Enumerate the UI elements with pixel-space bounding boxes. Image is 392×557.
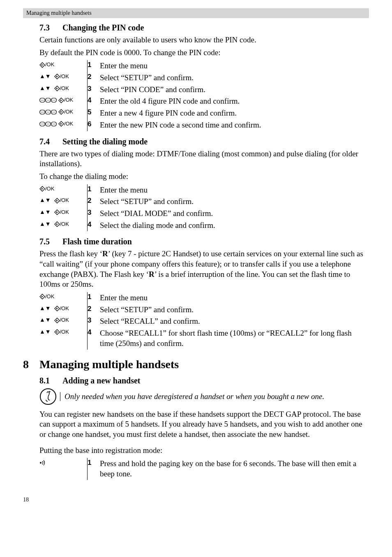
step-text: Select “SETUP” and confirm. — [100, 304, 369, 316]
step-icons: ▲▼ /OK — [39, 327, 88, 349]
step-number: 1 — [88, 292, 100, 304]
step-text: Select “SETUP” and confirm. — [100, 196, 218, 208]
page-number: 18 — [23, 497, 369, 503]
note-box: Only needed when you have deregistered a… — [39, 388, 369, 405]
para-8-1-a: You can register new handsets on the bas… — [39, 409, 369, 440]
heading-8-1: 8.1Adding a new handset — [39, 376, 369, 385]
svg-marker-41 — [56, 308, 58, 309]
heading-7-5: 7.5Flash time duration — [39, 237, 369, 246]
step-icons: /OK — [39, 107, 88, 119]
para-7-4-b: To change the dialing mode: — [39, 172, 369, 182]
sectitle: Flash time duration — [62, 237, 132, 246]
step-icons: ▲▼ /OK — [39, 84, 88, 96]
svg-marker-37 — [56, 223, 58, 225]
step-text: Press and hold the paging key on the bas… — [100, 458, 369, 480]
svg-marker-1 — [42, 64, 43, 66]
svg-marker-21 — [60, 111, 62, 113]
step-row: ▲▼ /OK3Select “DIAL MODE” and confirm. — [39, 208, 218, 220]
step-icons: ▲▼ /OK — [39, 316, 88, 327]
step-row: ▲▼ /OK4Choose “RECALL1” for short flash … — [39, 327, 369, 349]
heading-8: 8Managing multiple handsets — [23, 358, 369, 371]
step-icons: ▲▼ /OK — [39, 304, 88, 316]
para-7-5-text: Press the flash key ‘R’ (key 7 - picture… — [39, 249, 363, 288]
step-text: Choose “RECALL1” for short flash time (1… — [100, 327, 369, 349]
svg-point-48 — [40, 462, 42, 464]
step-row: ▲▼ /OK3Select “RECALL” and confirm. — [39, 316, 369, 327]
step-icons: /OK — [39, 184, 88, 196]
step-icons: /OK — [39, 95, 88, 107]
svg-marker-33 — [56, 200, 58, 202]
step-row: ▲▼ /OK3Select “PIN CODE” and confirm. — [39, 84, 264, 96]
secnum: 8.1 — [39, 376, 62, 385]
svg-marker-13 — [60, 100, 62, 101]
sectitle: Changing the PIN code — [62, 23, 144, 32]
step-row: /OK4Enter the old 4 figure PIN code and … — [39, 95, 264, 107]
svg-marker-39 — [42, 296, 43, 297]
step-text: Enter the menu — [100, 184, 218, 196]
step-text: Enter the old 4 figure PIN code and conf… — [100, 95, 264, 107]
step-row: ▲▼ /OK2Select “SETUP” and confirm. — [39, 196, 218, 208]
step-number: 3 — [88, 316, 100, 327]
step-row: ▲▼ /OK2Select “SETUP” and confirm. — [39, 72, 264, 84]
step-number: 3 — [88, 84, 100, 96]
svg-marker-3 — [56, 76, 58, 77]
svg-point-47 — [49, 391, 51, 392]
step-text: Select the dialing mode and confirm. — [100, 220, 218, 232]
step-text: Select “SETUP” and confirm. — [100, 72, 264, 84]
step-row: ▲▼ /OK4Select the dialing mode and confi… — [39, 220, 218, 232]
step-text: Enter the new PIN code a second time and… — [100, 119, 264, 131]
steps-7-4: /OK1Enter the menu▲▼ /OK2Select “SETUP” … — [39, 184, 218, 232]
secnum: 7.5 — [39, 237, 62, 246]
step-number: 1 — [88, 184, 100, 196]
step-icons: /OK — [39, 292, 88, 304]
steps-8-1: 1Press and hold the paging key on the ba… — [39, 458, 369, 480]
step-number: 1 — [88, 458, 100, 480]
step-text: Select “DIAL MODE” and confirm. — [100, 208, 218, 220]
step-number: 6 — [88, 119, 100, 131]
sectitle: Adding a new handset — [62, 376, 141, 385]
svg-marker-43 — [56, 320, 58, 321]
step-number: 2 — [88, 72, 100, 84]
step-icons: ▲▼ /OK — [39, 208, 88, 220]
step-number: 5 — [88, 107, 100, 119]
svg-marker-31 — [42, 188, 43, 190]
step-row: /OK5Enter a new 4 figure PIN code and co… — [39, 107, 264, 119]
info-hand-icon — [39, 388, 57, 405]
step-text: Select “PIN CODE” and confirm. — [100, 84, 264, 96]
note-text: Only needed when you have deregistered a… — [60, 392, 324, 401]
step-text: Enter a new 4 figure PIN code and confir… — [100, 107, 264, 119]
step-row: ▲▼ /OK2Select “SETUP” and confirm. — [39, 304, 369, 316]
step-number: 3 — [88, 208, 100, 220]
step-number: 1 — [88, 60, 100, 72]
step-text: Enter the menu — [100, 60, 264, 72]
sectitle: Setting the dialing mode — [62, 137, 148, 146]
step-row: /OK1Enter the menu — [39, 292, 369, 304]
steps-7-5: /OK1Enter the menu▲▼ /OK2Select “SETUP” … — [39, 292, 369, 349]
step-row: /OK1Enter the menu — [39, 184, 218, 196]
step-row: /OK6Enter the new PIN code a second time… — [39, 119, 264, 131]
running-header: Managing multiple handsets — [23, 8, 369, 18]
heading-7-4: 7.4Setting the dialing mode — [39, 137, 369, 146]
svg-marker-45 — [56, 331, 58, 333]
step-row: 1Press and hold the paging key on the ba… — [39, 458, 369, 480]
para-7-3-b: By default the PIN code is 0000. To chan… — [39, 48, 369, 58]
para-7-4-a: There are two types of dialing mode: DTM… — [39, 149, 369, 169]
step-number: 4 — [88, 327, 100, 349]
step-icons: ▲▼ /OK — [39, 72, 88, 84]
step-icons: ▲▼ /OK — [39, 196, 88, 208]
step-number: 2 — [88, 196, 100, 208]
step-icons: /OK — [39, 119, 88, 131]
step-number: 4 — [88, 220, 100, 232]
para-7-5: Press the flash key ‘R’ (key 7 - picture… — [39, 249, 369, 290]
step-text: Enter the menu — [100, 292, 369, 304]
svg-marker-35 — [56, 211, 58, 213]
svg-marker-5 — [56, 88, 58, 89]
step-text: Select “RECALL” and confirm. — [100, 316, 369, 327]
step-icons: ▲▼ /OK — [39, 220, 88, 232]
secnum: 7.4 — [39, 137, 62, 146]
heading-7-3: 7.3Changing the PIN code — [39, 23, 369, 32]
step-number: 2 — [88, 304, 100, 316]
steps-7-3: /OK1Enter the menu▲▼ /OK2Select “SETUP” … — [39, 60, 264, 131]
para-7-3-a: Certain functions are only available to … — [39, 35, 369, 45]
step-icons: /OK — [39, 60, 88, 72]
